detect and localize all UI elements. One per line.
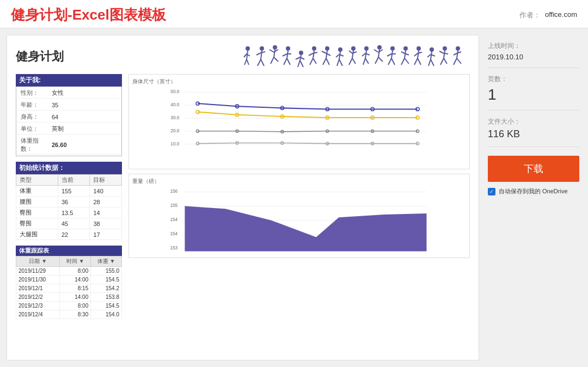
svg-line-22 [284, 58, 287, 65]
svg-text:155: 155 [170, 203, 177, 208]
svg-line-93 [444, 53, 448, 54]
svg-line-77 [405, 58, 409, 64]
svg-line-56 [362, 53, 365, 56]
author-value: office.com [545, 10, 577, 20]
line-chart-box: 身体尺寸（英寸） 50.0 40.0 30.0 20.0 10.0 [128, 74, 470, 169]
filesize-label: 文件大小： [488, 117, 579, 126]
svg-line-40 [323, 58, 326, 65]
tracker-box: 体重跟踪表 日期 ▼时间 ▼体重 ▼ 2019/11/298:00155.020… [16, 246, 122, 319]
download-button[interactable]: 下载 [488, 156, 579, 182]
svg-line-10 [258, 59, 261, 66]
svg-line-17 [274, 57, 278, 62]
svg-line-100 [454, 58, 457, 65]
svg-line-76 [401, 58, 405, 65]
svg-point-0 [246, 46, 250, 51]
page-title: 健身计划-Excel图表模板 [11, 5, 166, 25]
onedrive-label: 自动保存到我的 OneDrive [499, 187, 568, 195]
svg-point-30 [312, 46, 316, 51]
svg-line-4 [244, 59, 247, 65]
svg-point-84 [430, 47, 434, 52]
svg-line-8 [256, 53, 261, 55]
svg-point-24 [299, 51, 303, 55]
header-author: 作者： office.com [519, 10, 577, 20]
svg-line-13 [274, 50, 275, 57]
silhouettes-svg [241, 44, 470, 69]
svg-text:154: 154 [170, 217, 177, 222]
pages-section: 页数： 1 [488, 68, 579, 111]
svg-line-53 [352, 58, 356, 64]
onedrive-row: ✓ 自动保存到我的 OneDrive [488, 187, 579, 195]
svg-line-37 [326, 51, 327, 58]
svg-line-2 [244, 54, 247, 57]
svg-line-32 [309, 53, 313, 56]
svg-line-98 [454, 53, 457, 55]
svg-line-97 [457, 51, 458, 58]
fitness-body: 关于我: 性别：女性年龄：35身高：64单位：英制体重指数：26.60 初始统计… [16, 74, 470, 319]
svg-line-88 [428, 59, 431, 66]
svg-line-91 [444, 51, 445, 58]
svg-line-28 [298, 60, 300, 67]
main-content: 健身计划 [0, 28, 588, 367]
svg-line-44 [336, 54, 339, 57]
svg-point-60 [377, 45, 382, 50]
line-chart-label: 身体尺寸（英寸） [132, 78, 466, 85]
svg-line-16 [271, 57, 274, 64]
svg-line-89 [431, 59, 434, 66]
svg-point-78 [416, 46, 421, 51]
svg-line-94 [440, 58, 444, 65]
svg-line-43 [339, 52, 340, 59]
svg-point-96 [456, 46, 460, 51]
svg-line-95 [444, 58, 447, 64]
svg-line-71 [391, 58, 395, 65]
svg-line-50 [349, 51, 352, 53]
svg-line-68 [387, 54, 391, 56]
svg-line-31 [313, 51, 314, 58]
stats-table: 类型当前目标 体重155140腰围3628臀围13.514臀围4538大腿围22… [16, 174, 122, 240]
filesize-value: 116 KB [488, 129, 579, 140]
svg-line-55 [365, 51, 366, 58]
svg-point-36 [325, 46, 329, 51]
stats-box: 初始统计数据： 类型当前目标 体重155140腰围3628臀围13.514臀围4… [16, 162, 122, 240]
svg-line-14 [270, 50, 274, 52]
svg-line-65 [378, 57, 383, 62]
svg-point-18 [286, 46, 290, 51]
online-time-section: 上线时间： 2019.10.10 [488, 35, 579, 68]
svg-point-54 [364, 46, 369, 51]
svg-line-26 [296, 57, 300, 59]
svg-text:20.0: 20.0 [170, 129, 179, 133]
about-box: 关于我: 性别：女性年龄：35身高：64单位：英制体重指数：26.60 [16, 74, 122, 156]
svg-line-64 [375, 57, 378, 64]
svg-point-6 [260, 46, 264, 51]
svg-text:40.0: 40.0 [170, 102, 179, 107]
svg-line-80 [414, 53, 418, 56]
area-chart-box: 重量（磅） 156 155 154 154 153 [128, 174, 470, 258]
preview-area: 健身计划 [7, 35, 479, 360]
svg-line-79 [418, 51, 419, 58]
svg-point-72 [403, 46, 408, 51]
svg-line-35 [313, 58, 316, 64]
area-chart-svg: 156 155 154 154 153 [132, 186, 466, 257]
svg-text:50.0: 50.0 [170, 89, 179, 94]
header: 健身计划-Excel图表模板 作者： office.com [0, 0, 588, 28]
svg-line-49 [352, 51, 353, 58]
svg-line-41 [326, 58, 329, 65]
stats-header: 初始统计数据： [16, 162, 122, 174]
svg-line-5 [247, 59, 249, 65]
svg-line-74 [401, 52, 405, 53]
silhouettes [241, 44, 470, 69]
svg-text:156: 156 [170, 188, 177, 194]
pages-label: 页数： [488, 75, 579, 84]
svg-text:154: 154 [170, 231, 177, 236]
svg-point-42 [338, 47, 342, 52]
svg-line-73 [405, 51, 406, 58]
svg-line-58 [363, 58, 365, 65]
svg-line-101 [457, 58, 461, 64]
onedrive-checkbox[interactable]: ✓ [488, 188, 495, 195]
svg-text:30.0: 30.0 [170, 115, 179, 120]
svg-line-38 [322, 51, 326, 53]
svg-point-48 [351, 46, 356, 51]
about-table: 性别：女性年龄：35身高：64单位：英制体重指数：26.60 [16, 87, 122, 156]
svg-line-20 [283, 54, 287, 56]
right-panel: 身体尺寸（英寸） 50.0 40.0 30.0 20.0 10.0 [128, 74, 470, 319]
right-sidebar: 上线时间： 2019.10.10 页数： 1 文件大小： 116 KB 下载 ✓… [479, 28, 588, 367]
